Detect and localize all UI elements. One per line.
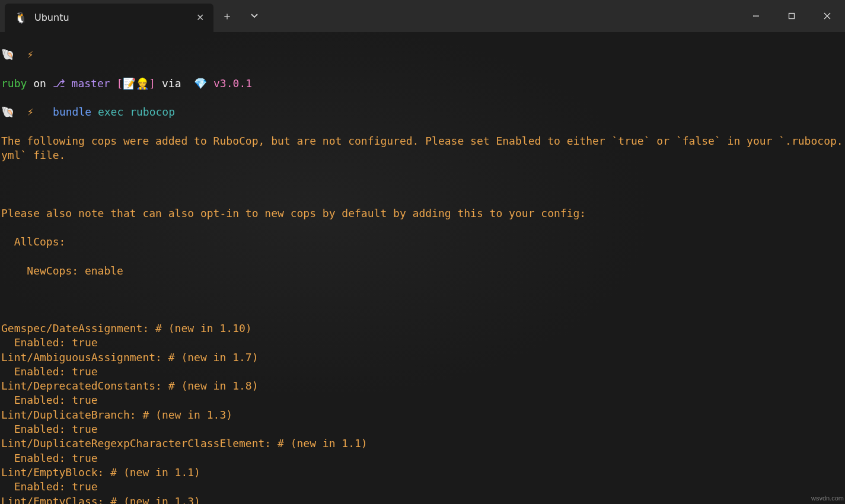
minimize-button[interactable] xyxy=(738,0,774,32)
cop-name: Lint/DuplicateRegexpCharacterClassElemen… xyxy=(1,436,844,451)
cop-enabled: Enabled: true xyxy=(1,422,844,436)
watermark: wsvdn.com xyxy=(811,494,844,503)
blank-line xyxy=(1,177,844,192)
warn-line-2: Please also note that can also opt-in to… xyxy=(1,206,844,221)
shell-icon: 🐚 xyxy=(1,106,14,118)
chevron-down-icon xyxy=(250,12,259,20)
cop-name: Lint/AmbiguousAssignment: # (new in 1.7) xyxy=(1,350,844,365)
window-controls xyxy=(738,0,845,32)
tux-icon: 🐧 xyxy=(14,11,27,25)
prompt-line-2: ruby on ⎇ master [📝👷] via 💎 v3.0.1 xyxy=(1,76,844,91)
cop-enabled: Enabled: true xyxy=(1,451,844,465)
maximize-button[interactable] xyxy=(774,0,809,32)
branch-icon: ⎇ xyxy=(53,77,65,90)
memo-icon: 📝 xyxy=(123,77,136,90)
bracket-close: ] xyxy=(149,77,155,90)
close-window-button[interactable] xyxy=(809,0,845,32)
project-name: ruby xyxy=(1,77,27,90)
cop-enabled: Enabled: true xyxy=(1,480,844,494)
warn-line-1: The following cops were added to RuboCop… xyxy=(1,134,844,163)
tab-dropdown-button[interactable] xyxy=(241,2,268,30)
cop-name: Lint/DuplicateBranch: # (new in 1.3) xyxy=(1,408,844,422)
cmd-bundle: bundle xyxy=(53,106,91,118)
close-icon xyxy=(824,12,831,20)
ruby-version: v3.0.1 xyxy=(213,77,252,90)
cop-enabled: Enabled: true xyxy=(1,365,844,379)
cop-enabled: Enabled: true xyxy=(1,393,844,407)
maximize-icon xyxy=(788,12,795,20)
bolt-icon: ⚡ xyxy=(27,48,34,60)
minimize-icon xyxy=(752,12,760,20)
tab-ubuntu[interactable]: 🐧 Ubuntu ✕ xyxy=(5,4,213,32)
cop-name: Lint/DeprecatedConstants: # (new in 1.8) xyxy=(1,379,844,393)
close-tab-icon[interactable]: ✕ xyxy=(193,11,206,24)
cmd-exec: exec xyxy=(98,106,123,118)
shell-icon: 🐚 xyxy=(1,48,14,60)
bracket-open: [ xyxy=(116,77,123,90)
branch-name: master xyxy=(72,77,110,90)
bolt-icon: ⚡ xyxy=(27,106,34,118)
svg-rect-1 xyxy=(789,14,795,19)
on-text: on xyxy=(33,77,46,90)
titlebar-actions: ＋ xyxy=(213,0,268,32)
prompt-line-1: 🐚 ⚡ xyxy=(1,47,844,62)
allcops-line: AllCops: xyxy=(1,235,844,249)
titlebar: 🐧 Ubuntu ✕ ＋ xyxy=(0,0,845,32)
terminal-output[interactable]: 🐚 ⚡ ruby on ⎇ master [📝👷] via 💎 v3.0.1 🐚… xyxy=(0,32,845,504)
cop-name: Lint/EmptyClass: # (new in 1.3) xyxy=(1,495,844,505)
newcops-line: NewCops: enable xyxy=(1,264,844,278)
cop-enabled: Enabled: true xyxy=(1,336,844,350)
cmd-rubocop: rubocop xyxy=(130,106,175,118)
blank-line xyxy=(1,292,844,307)
new-tab-button[interactable]: ＋ xyxy=(213,2,241,30)
cops-list: Gemspec/DateAssignment: # (new in 1.10) … xyxy=(1,321,844,504)
construction-worker-icon: 👷 xyxy=(136,77,149,90)
cop-name: Lint/EmptyBlock: # (new in 1.1) xyxy=(1,465,844,480)
via-text: via xyxy=(162,77,181,90)
gem-icon: 💎 xyxy=(194,77,207,90)
cop-name: Gemspec/DateAssignment: # (new in 1.10) xyxy=(1,321,844,336)
prompt-line-3: 🐚 ⚡ bundle exec rubocop xyxy=(1,105,844,119)
tab-title: Ubuntu xyxy=(34,11,186,24)
